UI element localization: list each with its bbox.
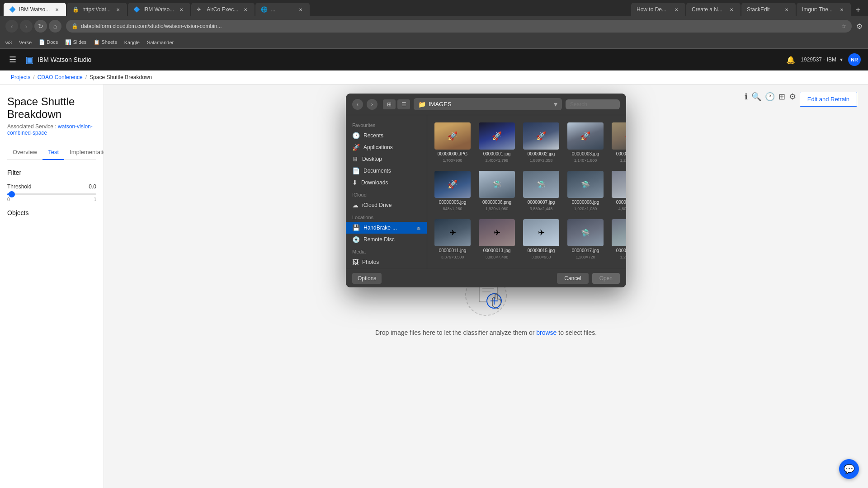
account-selector[interactable]: 1929537 - IBM ▾ [801, 56, 843, 63]
image-item-9[interactable]: ✈00000009.jpg4,802×3,540 [610, 169, 626, 213]
breadcrumb-projects[interactable]: Projects [11, 74, 30, 80]
user-avatar[interactable]: NR [848, 53, 861, 66]
file-dialog-overlay: ‹ › ⊞ ☰ 📁 IMAGES ▾ [104, 84, 868, 488]
open-button[interactable]: Open [592, 273, 620, 284]
image-item-4[interactable]: 🚀00000004.jpg1,280×720 [610, 121, 626, 164]
url-bar[interactable]: 🔒 dataplatform.cloud.ibm.com/studio/wats… [66, 20, 852, 33]
tab-4[interactable]: ✈ AirCo Exec... ✕ [191, 3, 255, 16]
image-size-14: 1,280×720 [620, 255, 626, 259]
sidebar-photos[interactable]: 🖼 Photos [346, 256, 427, 268]
thumb-placeholder-4: 🚀 [612, 122, 626, 150]
media-title: Media [346, 245, 427, 256]
forward-button[interactable]: › [20, 20, 33, 33]
bookmark-sheets[interactable]: 📋 Sheets [94, 39, 117, 45]
hamburger-menu-button[interactable]: ☰ [7, 53, 18, 66]
cancel-button[interactable]: Cancel [557, 273, 588, 284]
thumb-placeholder-10: ✈ [434, 219, 471, 246]
image-size-9: 4,802×3,540 [618, 206, 626, 211]
bookmark-kaggle[interactable]: Kaggle [124, 40, 140, 45]
tab-close-2[interactable]: ✕ [114, 6, 122, 13]
image-item-5[interactable]: 🚀00000005.jpg848×1,280 [433, 169, 472, 213]
notification-icon[interactable]: 🔔 [786, 56, 795, 64]
tab-overview[interactable]: Overview [7, 145, 42, 160]
image-item-12[interactable]: ✈00000015.jpg3,800×960 [521, 217, 561, 261]
bookmark-verse[interactable]: Verse [19, 40, 32, 45]
bookmark-icon[interactable]: ☆ [841, 23, 846, 29]
tab-close-other-4[interactable]: ✕ [838, 6, 845, 13]
image-item-14[interactable]: 🛸00000020.jpg1,280×720 [610, 217, 626, 261]
tab-2[interactable]: 🔒 https://dat... ✕ [67, 3, 127, 16]
dialog-search-input[interactable] [566, 99, 620, 109]
bookmark-docs[interactable]: 📄 Docs [39, 39, 58, 45]
image-thumb-12: ✈ [523, 219, 559, 246]
image-item-10[interactable]: ✈00000011.jpg3,379×3,500 [433, 217, 472, 261]
tab-close-5[interactable]: ✕ [297, 6, 304, 13]
sidebar-documents[interactable]: 📄 Documents [346, 165, 427, 177]
dialog-grid-view-button[interactable]: ⊞ [383, 99, 396, 109]
sidebar-handbrake[interactable]: 💾 HandBrake-... ⏏ [346, 222, 427, 234]
image-item-7[interactable]: 🛸00000007.jpg3,880×2,448 [521, 169, 561, 213]
options-button[interactable]: Options [352, 273, 382, 284]
tab-1[interactable]: 🔷 IBM Watso... ✕ [4, 3, 66, 16]
browser-window: 🔷 IBM Watso... ✕ 🔒 https://dat... ✕ 🔷 IB… [0, 0, 868, 488]
sidebar-handbrake-label: HandBrake-... [363, 225, 397, 231]
eject-icon[interactable]: ⏏ [416, 225, 420, 230]
image-item-6[interactable]: 🛸00000006.png1,920×1,080 [477, 169, 517, 213]
back-button[interactable]: ‹ [5, 20, 18, 33]
image-item-13[interactable]: 🛸00000017.jpg1,280×720 [566, 217, 605, 261]
breadcrumb-cdao[interactable]: CDAO Conference [38, 74, 83, 80]
filter-panel: Space Shuttle Breakdown Associated Servi… [0, 84, 104, 488]
image-item-0[interactable]: 🚀00000000.JPG1,700×900 [433, 121, 472, 164]
tab-close-4[interactable]: ✕ [242, 6, 249, 13]
sidebar-desktop[interactable]: 🖥 Desktop [346, 153, 427, 165]
image-size-10: 3,379×3,500 [441, 255, 464, 259]
sidebar-applications-label: Applications [363, 144, 393, 150]
image-item-3[interactable]: 🚀00000003.jpg1,140×1,800 [566, 121, 605, 164]
refresh-button[interactable]: ↻ [34, 20, 47, 33]
new-tab-button[interactable]: + [852, 4, 864, 16]
address-bar: ‹ › ↻ ⌂ 🔒 dataplatform.cloud.ibm.com/stu… [0, 16, 868, 36]
image-grid: 🚀00000000.JPG1,700×900🚀00000001.jpg2,400… [433, 121, 621, 261]
sidebar-photos-label: Photos [362, 259, 379, 265]
tab-other-2[interactable]: Create a N... ✕ [686, 3, 741, 16]
tab-other-3[interactable]: StackEdit ✕ [741, 3, 796, 16]
extensions-icon[interactable]: ⚙ [856, 22, 863, 31]
image-item-8[interactable]: 🛸00000008.jpg1,920×1,080 [566, 169, 605, 213]
url-text: dataplatform.cloud.ibm.com/studio/watson… [81, 23, 839, 29]
sidebar-applications[interactable]: 🚀 Applications [346, 141, 427, 153]
bookmark-slides[interactable]: 📊 Slides [65, 39, 86, 45]
sidebar-remote-disc[interactable]: 💿 Remote Disc [346, 234, 427, 245]
tab-close-1[interactable]: ✕ [53, 6, 61, 13]
tab-close-other-2[interactable]: ✕ [728, 6, 735, 13]
threshold-slider[interactable]: 0 1 [7, 193, 96, 202]
dialog-back-button[interactable]: ‹ [352, 99, 363, 110]
image-thumb-14: 🛸 [612, 219, 626, 246]
bookmark-salamander[interactable]: Salamander [147, 40, 174, 45]
tab-5[interactable]: 🌐 ... ✕ [255, 3, 310, 16]
watson-logo-text: IBM Watson Studio [38, 56, 91, 63]
thumb-placeholder-13: 🛸 [567, 219, 604, 246]
image-size-7: 3,880×2,448 [530, 206, 552, 211]
bookmark-w3[interactable]: w3 [5, 40, 12, 45]
tab-test[interactable]: Test [42, 145, 64, 160]
image-thumb-4: 🚀 [612, 122, 626, 150]
tab-other-1[interactable]: How to De... ✕ [631, 3, 685, 16]
tab-close-3[interactable]: ✕ [178, 6, 185, 13]
dialog-forward-button[interactable]: › [367, 99, 377, 110]
tab-close-other-3[interactable]: ✕ [783, 6, 790, 13]
sidebar-downloads[interactable]: ⬇ Downloads [346, 177, 427, 188]
image-item-11[interactable]: ✈00000013.jpg3,080×7,408 [477, 217, 517, 261]
dialog-list-view-button[interactable]: ☰ [397, 99, 410, 109]
image-item-2[interactable]: 🚀00000002.jpg1,888×2,358 [521, 121, 561, 164]
slider-max: 1 [94, 197, 96, 202]
sidebar-icloud-drive[interactable]: ☁ iCloud Drive [346, 199, 427, 211]
icloud-drive-icon: ☁ [352, 202, 359, 209]
tab-other-4[interactable]: Imgur: The... ✕ [797, 3, 851, 16]
image-item-1[interactable]: 🚀00000001.jpg2,400×1,799 [477, 121, 517, 164]
home-button[interactable]: ⌂ [49, 20, 61, 33]
page-tab-nav: Overview Test Implementation [7, 145, 96, 160]
tab-close-other-1[interactable]: ✕ [673, 6, 680, 13]
slider-thumb[interactable] [9, 191, 15, 197]
tab-3[interactable]: 🔷 IBM Watso... ✕ [128, 3, 190, 16]
sidebar-recents[interactable]: 🕐 Recents [346, 130, 427, 141]
